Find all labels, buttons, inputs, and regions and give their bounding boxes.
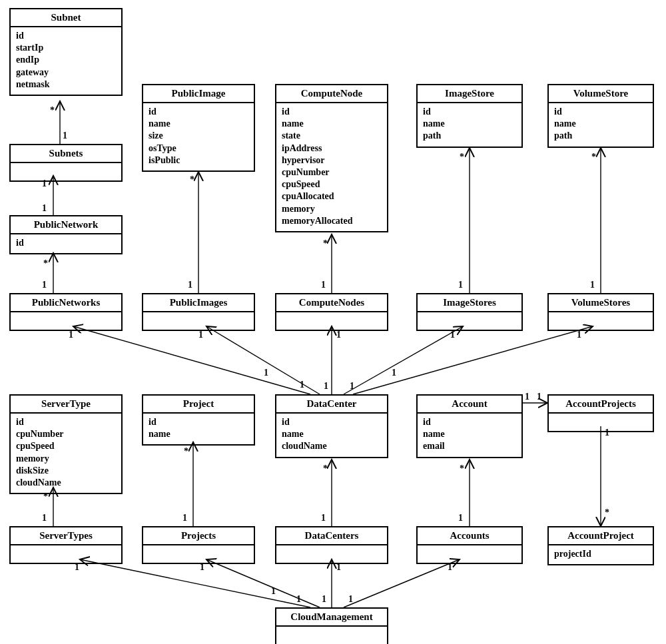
mult-one: 1	[348, 594, 353, 605]
class-title: CloudManagement	[276, 609, 387, 627]
mult-star: *	[190, 174, 194, 185]
class-accountproject: AccountProject projectId	[547, 526, 654, 565]
class-project: Project id name	[142, 394, 255, 446]
class-attrs	[143, 312, 254, 330]
class-cloudmanagement: CloudManagement	[275, 607, 388, 644]
class-publicnetworks: PublicNetworks	[9, 293, 123, 331]
mult-one: 1	[296, 594, 301, 605]
class-attrs: id name	[143, 414, 254, 444]
mult-one: 1	[525, 392, 529, 402]
mult-one: 1	[324, 381, 328, 392]
class-account: Account id name email	[416, 394, 523, 458]
class-title: Project	[143, 396, 254, 414]
mult-one: 1	[458, 513, 463, 523]
svg-line-10	[344, 326, 463, 394]
class-attrs	[143, 545, 254, 563]
class-title: Accounts	[418, 527, 521, 545]
mult-star: *	[460, 464, 464, 474]
mult-one: 1	[42, 513, 47, 523]
class-attrs: id	[11, 234, 121, 253]
class-attrs: id cpuNumber cpuSpeed memory diskSize cl…	[11, 414, 121, 493]
class-attrs: projectId	[549, 545, 653, 564]
mult-one: 1	[75, 562, 79, 573]
class-title: ServerType	[11, 396, 121, 414]
mult-one: 1	[321, 513, 326, 523]
mult-one: 1	[321, 280, 326, 290]
svg-line-21	[344, 559, 460, 607]
class-title: Projects	[143, 527, 254, 545]
class-attrs	[276, 545, 387, 563]
class-attrs	[276, 627, 387, 644]
class-title: DataCenter	[276, 396, 387, 414]
mult-star: *	[323, 238, 328, 249]
mult-one: 1	[42, 178, 47, 189]
mult-one: 1	[322, 594, 326, 605]
class-title: VolumeStore	[549, 85, 653, 103]
class-title: PublicNetworks	[11, 294, 121, 312]
class-attrs	[549, 312, 653, 330]
mult-one: 1	[350, 381, 354, 392]
mult-star: *	[460, 152, 464, 162]
class-title: ImageStore	[418, 85, 521, 103]
class-title: DataCenters	[276, 527, 387, 545]
mult-star: *	[605, 507, 609, 518]
class-attrs: id name cloudName	[276, 414, 387, 457]
class-title: Subnets	[11, 145, 121, 163]
mult-star: *	[323, 464, 328, 474]
class-subnets: Subnets	[9, 144, 123, 182]
class-imagestore: ImageStore id name path	[416, 84, 523, 148]
mult-one: 1	[336, 330, 341, 340]
class-attrs: id name size osType isPublic	[143, 103, 254, 170]
mult-one: 1	[42, 280, 47, 290]
mult-one: 1	[188, 280, 192, 290]
mult-one: 1	[271, 586, 276, 597]
class-publicimages: PublicImages	[142, 293, 255, 331]
class-title: ServerTypes	[11, 527, 121, 545]
class-attrs	[549, 414, 653, 431]
class-title: PublicImages	[143, 294, 254, 312]
svg-line-11	[353, 326, 593, 394]
svg-line-7	[73, 326, 310, 394]
class-projects: Projects	[142, 526, 255, 564]
class-publicimage: PublicImage id name size osType isPublic	[142, 84, 255, 172]
class-computenode: ComputeNode id name state ipAddress hype…	[275, 84, 388, 232]
mult-star: *	[43, 258, 48, 269]
class-attrs: id name state ipAddress hypervisor cpuNu…	[276, 103, 387, 231]
mult-one: 1	[537, 392, 541, 402]
mult-star: *	[50, 105, 55, 116]
mult-one: 1	[577, 330, 581, 340]
class-title: PublicNetwork	[11, 216, 121, 234]
mult-star: *	[184, 446, 188, 457]
class-title: Subnet	[11, 9, 121, 27]
mult-one: 1	[42, 203, 47, 214]
class-attrs: id name path	[418, 103, 521, 147]
class-attrs	[418, 312, 521, 330]
class-publicnetwork: PublicNetwork id	[9, 215, 123, 254]
mult-one: 1	[590, 280, 595, 290]
class-volumestores: VolumeStores	[547, 293, 654, 331]
class-servertype: ServerType id cpuNumber cpuSpeed memory …	[9, 394, 123, 494]
mult-one: 1	[392, 368, 396, 378]
class-title: AccountProject	[549, 527, 653, 545]
mult-one: 1	[69, 330, 73, 340]
class-attrs	[11, 545, 121, 563]
mult-star: *	[591, 152, 596, 162]
svg-line-18	[80, 559, 310, 607]
class-title: ImageStores	[418, 294, 521, 312]
class-title: ComputeNode	[276, 85, 387, 103]
class-datacenter: DataCenter id name cloudName	[275, 394, 388, 458]
mult-one: 1	[448, 562, 452, 573]
mult-one: 1	[264, 368, 268, 378]
class-title: AccountProjects	[549, 396, 653, 414]
class-attrs	[276, 312, 387, 330]
class-attrs: id name email	[418, 414, 521, 457]
class-volumestore: VolumeStore id name path	[547, 84, 654, 148]
mult-one: 1	[450, 330, 455, 340]
class-title: PublicImage	[143, 85, 254, 103]
mult-star: *	[43, 491, 48, 502]
class-subnet: Subnet id startIp endIp gateway netmask	[9, 8, 123, 96]
mult-one: 1	[198, 330, 203, 340]
class-accountprojects: AccountProjects	[547, 394, 654, 432]
mult-one: 1	[336, 562, 341, 573]
class-servertypes: ServerTypes	[9, 526, 123, 564]
